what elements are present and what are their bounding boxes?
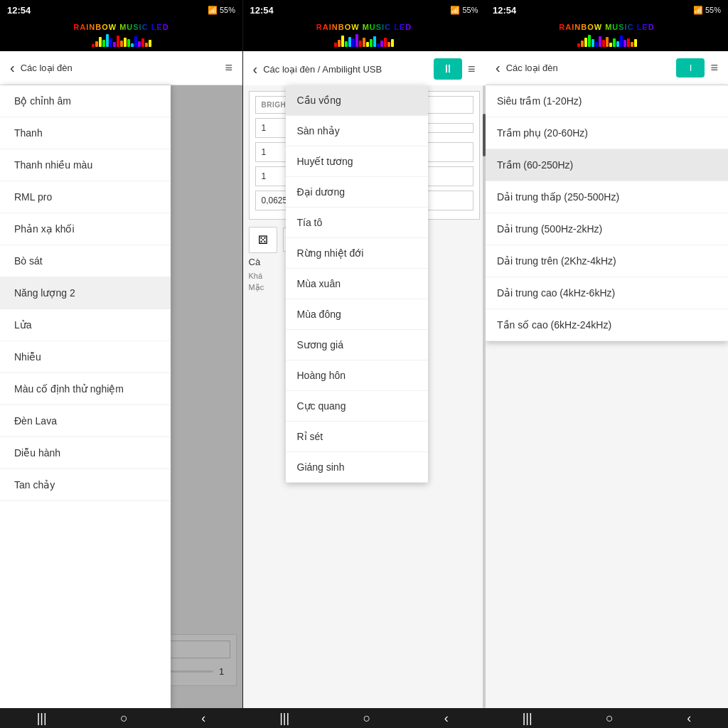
app-logo-3: RAINBOW MUSIC LED: [559, 23, 654, 31]
drop-item-sieu-tram[interactable]: Siêu trầm (1-20Hz): [486, 85, 728, 117]
header-actions-2: ⏸ ≡: [434, 58, 476, 80]
time-1: 12:54: [7, 5, 31, 16]
back-arrow-2[interactable]: ‹: [253, 61, 258, 77]
scroll-item-cau-vong[interactable]: Cầu vồng: [286, 85, 428, 116]
nav-nav-2[interactable]: ‹: [444, 711, 449, 726]
nav-back-3[interactable]: |||: [523, 711, 532, 726]
scroll-item-hoang-hon[interactable]: Hoàng hôn: [286, 360, 428, 391]
scroll-item-giang-sinh[interactable]: Giáng sinh: [286, 452, 428, 483]
scroll-item-suong-gia[interactable]: Sương giá: [286, 330, 428, 360]
nav-home-1[interactable]: ○: [120, 711, 128, 726]
menu-item-mau-co-dinh[interactable]: Màu cố định thử nghiệm: [0, 373, 171, 405]
drop-item-dai-trung[interactable]: Dải trung (500Hz-2kHz): [486, 213, 728, 245]
menu-item-dieu-hanh[interactable]: Diễu hành: [0, 437, 171, 469]
dropdown-right-3: Siêu trầm (1-20Hz) Trầm phụ (20-60Hz) Tr…: [486, 85, 728, 341]
status-icons-3: 📶 55%: [693, 6, 721, 15]
pause-button[interactable]: ⏸: [434, 58, 462, 80]
scroll-dropdown-2: Cầu vồng Sàn nhảy Huyết tương Đại dương …: [286, 85, 428, 483]
menu-item-phan-xa-khoi[interactable]: Phản xạ khối: [0, 213, 171, 245]
scroll-item-dai-duong[interactable]: Đại dương: [286, 177, 428, 208]
dice-button[interactable]: ⚄: [249, 227, 277, 253]
nav-bar-3: ||| ○ ‹: [486, 708, 728, 728]
save-header-btn[interactable]: I: [676, 58, 705, 77]
main-content-3: ‹ Các loại đèn I ≡ Cà 🗑: [486, 51, 728, 708]
menu-item-den-lava[interactable]: Đèn Lava: [0, 405, 171, 437]
app-header-3: RAINBOW MUSIC LED: [486, 20, 728, 51]
page-header-1: ‹ Các loại đèn ≡: [0, 51, 242, 85]
status-bar-1: 12:54 📶 55%: [0, 0, 242, 20]
drop-item-tram-phu[interactable]: Trầm phụ (20-60Hz): [486, 117, 728, 149]
phone-2: 12:54 📶 55% RAINBOW MUSIC LED: [243, 0, 486, 728]
battery-icon-3: 55%: [705, 6, 721, 14]
menu-icon-1[interactable]: ≡: [225, 60, 232, 75]
page-header-2: ‹ Các loại đèn / Ambilight USB ⏸ ≡: [243, 51, 486, 87]
drop-item-tan-so-cao[interactable]: Tần số cao (6kHz-24kHz): [486, 309, 728, 341]
page-title-1: Các loại đèn: [21, 63, 73, 73]
back-arrow-1[interactable]: ‹: [10, 60, 15, 76]
nav-home-2[interactable]: ○: [363, 711, 371, 726]
menu-icon-2[interactable]: ≡: [468, 62, 476, 77]
back-arrow-3[interactable]: ‹: [496, 60, 500, 76]
nav-bar-1: ||| ○ ‹: [0, 708, 242, 728]
phone-3: 12:54 📶 55% RAINBOW MUSIC LED: [486, 0, 728, 728]
app-header-1: RAINBOW MUSIC LED: [0, 20, 242, 51]
menu-item-bo-chinh-am[interactable]: Bộ chỉnh âm: [0, 85, 171, 117]
wifi-icon-3: 📶: [693, 6, 703, 15]
drop-item-dai-trung-thap[interactable]: Dải trung thấp (250-500Hz): [486, 181, 728, 213]
drop-item-dai-trung-cao[interactable]: Dải trung cao (4kHz-6kHz): [486, 277, 728, 309]
music-bars-1: [92, 33, 151, 47]
menu-item-bo-sat[interactable]: Bò sát: [0, 245, 171, 277]
app-logo-2: RAINBOW MUSIC LED: [316, 23, 412, 31]
phones-container: 12:54 📶 55% RAINBOW MUSIC LED: [0, 0, 728, 728]
menu-item-nhieu[interactable]: Nhiễu: [0, 341, 171, 373]
nav-bar-2: ||| ○ ‹: [243, 708, 486, 728]
page-header-3: ‹ Các loại đèn I ≡: [486, 51, 728, 85]
drop-item-dai-trung-tren[interactable]: Dải trung trên (2Khz-4kHz): [486, 245, 728, 277]
menu-item-thanh-nhieu-mau[interactable]: Thanh nhiều màu: [0, 149, 171, 181]
dropdown-menu-1: Bộ chỉnh âm Thanh Thanh nhiều màu RML pr…: [0, 85, 242, 708]
wifi-icon: 📶: [208, 6, 218, 15]
battery-icon: 55%: [220, 6, 235, 14]
scroll-item-rung-nhiet-doi[interactable]: Rừng nhiệt đới: [286, 238, 428, 269]
scroll-item-san-nhay[interactable]: Sàn nhảy: [286, 116, 428, 146]
scroll-thumb-2: [483, 114, 486, 156]
page-title-2: Các loại đèn / Ambilight USB: [263, 64, 382, 75]
status-icons-2: 📶 55%: [450, 6, 478, 15]
app-logo-1: RAINBOW MUSIC LED: [73, 23, 168, 31]
battery-icon-2: 55%: [462, 6, 478, 14]
ca-label: Cà: [249, 257, 261, 267]
time-2: 12:54: [250, 5, 274, 16]
page-title-3: Các loại đèn: [506, 63, 558, 73]
scroll-item-huyet-tuong[interactable]: Huyết tương: [286, 146, 428, 177]
music-bars-2: [334, 33, 394, 47]
mac-span: Mặc: [249, 283, 264, 291]
nav-nav-1[interactable]: ‹: [201, 711, 205, 726]
scroll-item-cuc-quang[interactable]: Cực quang: [286, 391, 428, 422]
menu-list-1: Bộ chỉnh âm Thanh Thanh nhiều màu RML pr…: [0, 85, 171, 708]
menu-item-lua[interactable]: Lửa: [0, 309, 171, 341]
time-3: 12:54: [493, 5, 516, 16]
scroll-track-2[interactable]: [483, 85, 486, 708]
drop-item-tram[interactable]: Trầm (60-250Hz): [486, 149, 728, 181]
nav-nav-3[interactable]: ‹: [687, 711, 691, 726]
main-content-2: ‹ Các loại đèn / Ambilight USB ⏸ ≡ BRIGH…: [243, 51, 486, 708]
wifi-icon-2: 📶: [450, 6, 460, 15]
menu-item-rml-pro[interactable]: RML pro: [0, 181, 171, 213]
scroll-item-mua-xuan[interactable]: Mùa xuân: [286, 269, 428, 299]
scroll-item-ri-set[interactable]: Rỉ sét: [286, 422, 428, 452]
app-header-2: RAINBOW MUSIC LED: [243, 20, 486, 51]
menu-item-tan-chay[interactable]: Tan chảy: [0, 469, 171, 501]
header-actions-3: I ≡: [676, 58, 718, 77]
status-icons-1: 📶 55%: [208, 6, 235, 15]
menu-item-nang-luong-2[interactable]: Năng lượng 2: [0, 277, 171, 309]
kha-span: Khá: [249, 272, 263, 280]
scroll-item-mua-dong[interactable]: Mùa đông: [286, 299, 428, 330]
status-bar-3: 12:54 📶 55%: [486, 0, 728, 20]
menu-item-thanh[interactable]: Thanh: [0, 117, 171, 149]
menu-icon-3[interactable]: ≡: [710, 60, 718, 75]
nav-back-2[interactable]: |||: [279, 711, 289, 726]
nav-back-1[interactable]: |||: [37, 711, 47, 726]
nav-home-3[interactable]: ○: [606, 711, 614, 726]
phone-1: 12:54 📶 55% RAINBOW MUSIC LED: [0, 0, 242, 728]
scroll-item-tia-to[interactable]: Tía tô: [286, 208, 428, 238]
